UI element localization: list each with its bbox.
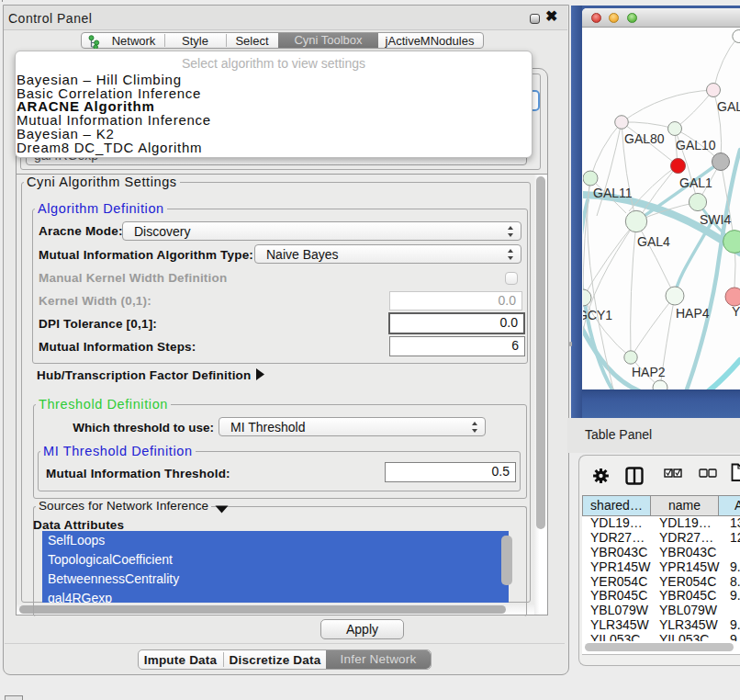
svg-text:GAL11: GAL11: [593, 186, 633, 200]
svg-text:GAL80: GAL80: [624, 131, 665, 146]
svg-text:GAL7: GAL7: [717, 99, 740, 114]
svg-text:HAP4: HAP4: [676, 306, 710, 321]
svg-text:GAL4: GAL4: [637, 234, 670, 249]
svg-text:Y: Y: [732, 304, 740, 319]
svg-text:HAP2: HAP2: [632, 365, 666, 379]
svg-text:GCY1: GCY1: [583, 308, 612, 322]
svg-text:SWI4: SWI4: [700, 212, 731, 227]
svg-text:GAL10: GAL10: [676, 138, 716, 152]
svg-text:GAL1: GAL1: [679, 175, 712, 190]
